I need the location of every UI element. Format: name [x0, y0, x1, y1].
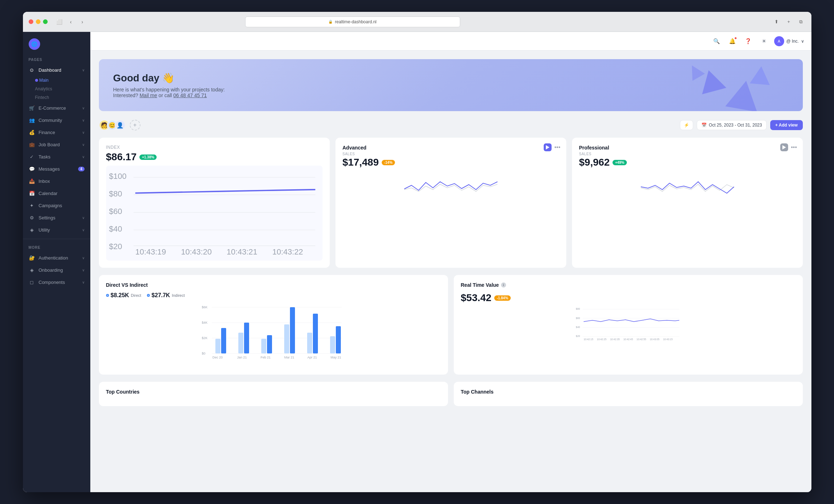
sidebar-item-tasks[interactable]: ✓ Tasks ∨ [23, 151, 90, 163]
sidebar-item-dashboard[interactable]: ⊙ Dashboard ∨ [23, 64, 90, 76]
forward-button[interactable]: › [78, 17, 87, 27]
sidebar-item-components[interactable]: ◻ Components ∨ [23, 276, 90, 288]
sidebar-label-components: Components [39, 280, 78, 285]
sidebar-item-messages[interactable]: 💬 Messages 4 [23, 163, 90, 175]
community-icon: 👥 [29, 117, 35, 123]
professional-more-icon[interactable]: ••• [791, 144, 797, 151]
mail-link[interactable]: Mail me [139, 92, 157, 98]
sidebar-item-inbox[interactable]: 📥 Inbox [23, 175, 90, 187]
address-bar[interactable]: 🔒 realtime-dashboard.nl [245, 16, 460, 27]
page-content: Good day 👋 Here is what's happening with… [90, 51, 811, 415]
direct-indirect-title: Direct VS Indirect [106, 282, 441, 288]
subnav-fintech[interactable]: Fintech [35, 93, 90, 102]
svg-text:10:43:05: 10:43:05 [650, 338, 659, 341]
sidebar-label-utility: Utility [39, 227, 78, 233]
subnav-analytics[interactable]: Analytics [35, 85, 90, 93]
svg-text:$80: $80 [576, 308, 580, 310]
svg-text:10:43:19: 10:43:19 [135, 247, 166, 256]
toolbar-right: ⚡ 📅 Oct 25, 2023 - Oct 31, 2023 + Add vi… [680, 120, 803, 130]
pages-label: PAGES [23, 54, 90, 64]
professional-chart [579, 172, 796, 200]
bar-chart-svg: $6K $4K $2K $0 [106, 303, 441, 367]
svg-text:$0: $0 [202, 352, 205, 355]
phone-link[interactable]: 06 48 47 45 71 [173, 92, 207, 98]
sidebar-label-community: Community [39, 118, 78, 123]
sidebar-item-campaigns[interactable]: ✦ Campaigns [23, 199, 90, 211]
user-menu[interactable]: A @ Inc. ∨ [774, 36, 804, 46]
professional-chart-svg [579, 172, 796, 200]
filter-button[interactable]: ⚡ [680, 120, 693, 130]
copy-button[interactable]: ⧉ [796, 17, 806, 27]
add-avatar-button[interactable]: + [130, 120, 140, 130]
share-button[interactable]: ⬆ [772, 17, 781, 27]
calendar-small-icon: 📅 [701, 123, 707, 128]
utility-icon: ◈ [29, 227, 35, 233]
triangle-decoration-3 [749, 66, 771, 85]
main-content: 🔍 🔔 ❓ ☀ A @ Inc. ∨ [90, 32, 811, 492]
sidebar-item-ecommerce[interactable]: 🛒 E-Commerce ∨ [23, 102, 90, 114]
advanced-chart [343, 172, 559, 200]
date-range-picker[interactable]: 📅 Oct 25, 2023 - Oct 31, 2023 [697, 120, 767, 130]
sidebar-label-dashboard: Dashboard [39, 67, 78, 73]
info-icon[interactable]: i [501, 282, 506, 287]
add-view-button[interactable]: + Add view [770, 120, 803, 130]
sidebar-label-messages: Messages [39, 166, 75, 172]
lock-icon: 🔒 [328, 20, 333, 24]
sidebar-logo: 🌐 [23, 32, 90, 54]
direct-value: $8.25K [111, 292, 129, 299]
realtime-badge: -1.84% [494, 295, 511, 301]
chevron-icon: ∨ [82, 268, 85, 272]
direct-label: Direct [131, 293, 141, 298]
sidebar-item-utility[interactable]: ◈ Utility ∨ [23, 224, 90, 236]
professional-title: Professional [579, 145, 796, 151]
cards-grid: Index $86.17 +1.38% $100 $80 $60 $40 [99, 138, 803, 268]
svg-text:$2K: $2K [202, 336, 208, 340]
professional-sales-label: SALES [579, 152, 796, 156]
index-chart-svg: $100 $80 $60 $40 $20 [109, 168, 320, 256]
sidebar-item-community[interactable]: 👥 Community ∨ [23, 114, 90, 126]
messages-icon: 💬 [29, 166, 35, 172]
help-button[interactable]: ❓ [743, 35, 754, 47]
toolbar: 🧑 😊 👤 + ⚡ 📅 Oct 25, 2023 - Oct 31, 2023 … [99, 120, 803, 130]
svg-text:10:43:22: 10:43:22 [272, 247, 303, 256]
bar-apr-indirect [313, 314, 318, 353]
index-title: Index [106, 145, 323, 150]
sidebar-item-calendar[interactable]: 📅 Calendar [23, 187, 90, 199]
chevron-icon: ∨ [82, 256, 85, 260]
index-badge: +1.38% [139, 154, 157, 160]
svg-text:10:42:15: 10:42:15 [583, 338, 593, 341]
bar-may-direct [330, 336, 335, 353]
notification-button[interactable]: 🔔 [727, 35, 738, 47]
top-countries-card: Top Countries [99, 382, 448, 406]
subnav-main[interactable]: Main [35, 76, 90, 85]
sidebar-label-inbox: Inbox [39, 179, 85, 184]
maximize-button[interactable] [43, 19, 48, 24]
new-tab-button[interactable]: + [784, 17, 794, 27]
sidebar-item-jobboard[interactable]: 💼 Job Board ∨ [23, 138, 90, 151]
chevron-icon: ∨ [82, 130, 85, 134]
sidebar-item-settings[interactable]: ⚙ Settings ∨ [23, 211, 90, 224]
theme-button[interactable]: ☀ [758, 35, 770, 47]
advanced-more-icon[interactable]: ••• [554, 144, 561, 151]
onboarding-icon: ◈ [29, 267, 35, 273]
chevron-icon: ∨ [82, 118, 85, 122]
tab-icon[interactable]: ⬜ [55, 17, 64, 27]
search-button[interactable]: 🔍 [711, 35, 723, 47]
sidebar-label-ecommerce: E-Commerce [39, 105, 78, 111]
sidebar-label-finance: Finance [39, 130, 78, 135]
sidebar-label-tasks: Tasks [39, 154, 78, 160]
professional-card: ••• Professional SALES $9,962 +49% [572, 138, 803, 268]
url-text: realtime-dashboard.nl [335, 19, 376, 24]
sidebar-item-onboarding[interactable]: ◈ Onboarding ∨ [23, 264, 90, 276]
sidebar-label-jobboard: Job Board [39, 142, 78, 147]
chevron-icon: ∨ [82, 216, 85, 220]
messages-badge: 4 [78, 167, 85, 171]
bar-chart: $6K $4K $2K $0 [106, 303, 441, 367]
sidebar-item-authentication[interactable]: 🔐 Authentication ∨ [23, 252, 90, 264]
close-button[interactable] [29, 19, 33, 24]
svg-text:$6K: $6K [202, 305, 208, 309]
back-button[interactable]: ‹ [66, 17, 76, 27]
sidebar-item-finance[interactable]: 💰 Finance ∨ [23, 126, 90, 138]
minimize-button[interactable] [36, 19, 40, 24]
add-view-label: + Add view [775, 123, 798, 128]
